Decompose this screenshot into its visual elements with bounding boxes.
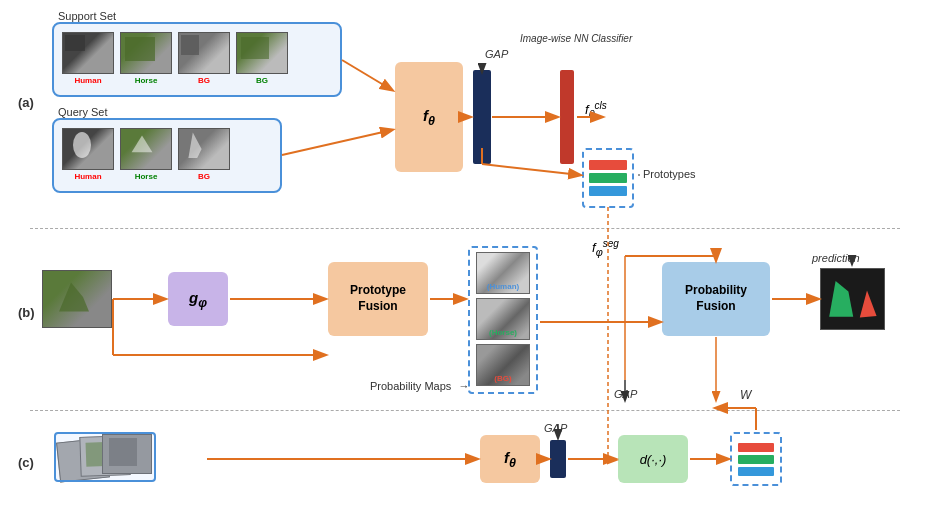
prob-map-bg-label: (BG) xyxy=(494,374,511,385)
support-img-bg1: BG xyxy=(178,32,230,85)
section-b-label: (b) xyxy=(18,305,35,320)
query-label-horse: Horse xyxy=(120,172,172,181)
prototype-fusion-box: PrototypeFusion xyxy=(328,262,428,336)
support-img-bg2: BG xyxy=(236,32,288,85)
w-label: W xyxy=(740,388,751,402)
proto-bar-c-red xyxy=(738,443,774,452)
prob-map-bg: (BG) xyxy=(476,344,530,386)
stacked-support-images xyxy=(58,428,198,488)
query-images: Human Horse BG xyxy=(62,128,230,181)
support-images: Human Horse BG BG xyxy=(62,32,288,85)
gap-label-b: GAP xyxy=(614,388,637,400)
prob-map-human-label: (Human) xyxy=(487,282,519,293)
section-a-label: (a) xyxy=(18,95,34,110)
gap-label-c: GAP xyxy=(544,422,567,434)
probability-maps-box: (Human) (Horse) (BG) xyxy=(468,246,538,394)
prob-maps-arrow-label: → xyxy=(458,380,469,392)
f-cls-label: fθcls xyxy=(585,100,607,120)
query-set-container: Query Set Human Horse BG xyxy=(52,118,282,193)
feature-bar-a xyxy=(473,70,491,164)
d-func-label: d(·,·) xyxy=(640,452,667,467)
probability-fusion-box: ProbabilityFusion xyxy=(662,262,770,336)
nn-classifier-label: Image-wise NN Classifier xyxy=(520,32,632,45)
support-label-bg2: BG xyxy=(236,76,288,85)
f-seg-label: fφseg xyxy=(592,238,619,258)
probability-maps-label: Probability Maps → xyxy=(370,380,469,392)
prob-map-human: (Human) xyxy=(476,252,530,294)
proto-bar-green xyxy=(589,173,627,183)
svg-line-10 xyxy=(482,164,580,175)
stack-border xyxy=(54,432,156,482)
prediction-label: prediction xyxy=(812,252,860,264)
divider-ab xyxy=(30,228,900,229)
prototypes-box xyxy=(582,148,634,208)
svg-line-4 xyxy=(282,130,392,155)
query-label-human: Human xyxy=(62,172,114,181)
f-theta-label-c: fθ xyxy=(504,449,516,470)
support-label-horse: Horse xyxy=(120,76,172,85)
prob-map-horse: (Horse) xyxy=(476,298,530,340)
d-func-box: d(·,·) xyxy=(618,435,688,483)
support-label-human: Human xyxy=(62,76,114,85)
proto-bar-c-blue xyxy=(738,467,774,476)
divider-bc xyxy=(30,410,900,411)
feature-bar-c xyxy=(550,440,566,478)
query-label-bg: BG xyxy=(178,172,230,181)
proto-bar-red xyxy=(589,160,627,170)
prototypes-label: Prototypes xyxy=(643,168,696,180)
f-theta-label-a: fθ xyxy=(423,107,435,128)
svg-line-3 xyxy=(342,60,392,90)
query-horse-b xyxy=(42,270,112,328)
section-c-label: (c) xyxy=(18,455,34,470)
support-img-human: Human xyxy=(62,32,114,85)
f-theta-box-a: fθ xyxy=(395,62,463,172)
query-set-title: Query Set xyxy=(58,106,108,118)
gap-label-a: GAP xyxy=(485,48,508,60)
g-phi-label: gφ xyxy=(189,289,207,310)
g-phi-box: gφ xyxy=(168,272,228,326)
classification-bar-a xyxy=(560,70,574,164)
probability-fusion-label: ProbabilityFusion xyxy=(685,283,747,314)
f-theta-box-c: fθ xyxy=(480,435,540,483)
query-img-human: Human xyxy=(62,128,114,181)
support-img-horse: Horse xyxy=(120,32,172,85)
query-img-horse: Horse xyxy=(120,128,172,181)
prob-map-horse-label: (Horse) xyxy=(489,328,517,339)
prototype-fusion-label: PrototypeFusion xyxy=(350,283,406,314)
support-set-title: Support Set xyxy=(58,10,116,22)
support-set-container: Support Set Human Horse xyxy=(52,22,342,97)
support-label-bg1: BG xyxy=(178,76,230,85)
proto-bar-c-green xyxy=(738,455,774,464)
proto-bar-blue xyxy=(589,186,627,196)
prototypes-box-c xyxy=(730,432,782,486)
query-img-bg: BG xyxy=(178,128,230,181)
prediction-image xyxy=(820,268,885,330)
